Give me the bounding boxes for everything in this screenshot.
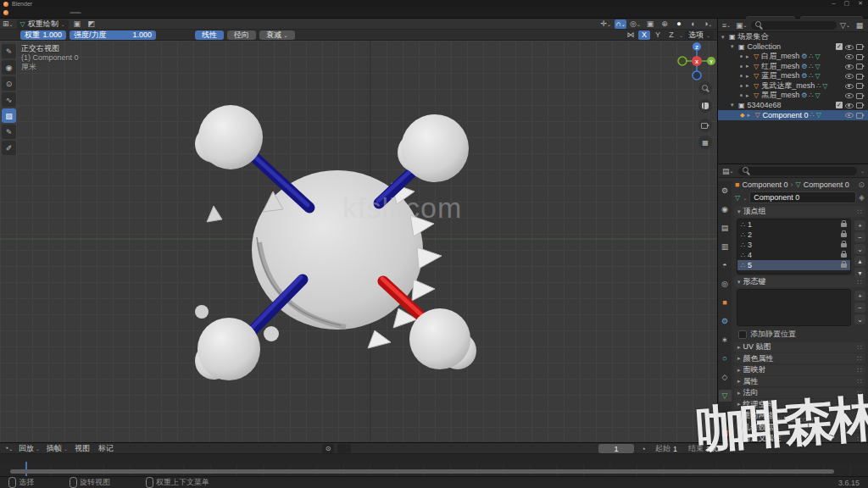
topbar-menu[interactable] [20, 12, 31, 14]
lock-icon[interactable] [841, 233, 847, 237]
minimize-button[interactable]: – [832, 0, 836, 7]
mode-dropdown[interactable]: ▽ 权重绘制 ⌄ [17, 19, 69, 29]
collapsed-panel-header[interactable]: ▸ UV 贴图 ∷ [734, 342, 865, 352]
filter-dropdown[interactable]: ▽⌄ [839, 20, 851, 30]
show-overlays-toggle[interactable]: ⊕ [659, 19, 670, 29]
vertex-groups-panel-header[interactable]: ▾ 顶点组 ∷ [734, 206, 865, 217]
smear-brush-tool[interactable]: ∿ [2, 92, 16, 107]
close-button[interactable]: ✕ [858, 0, 863, 7]
viewport-menu[interactable] [110, 23, 120, 25]
panel-grip-icon[interactable]: ∷ [857, 435, 862, 443]
vertex-group-row[interactable]: ∴ 2 [737, 230, 850, 240]
perspective-toggle-button[interactable]: ▦ [698, 136, 712, 149]
disable-render-icon[interactable] [856, 82, 865, 89]
workspace-tab[interactable] [70, 12, 81, 14]
hide-eye-icon[interactable] [845, 102, 854, 109]
shape-keys-list[interactable] [737, 289, 851, 326]
workspace-tab[interactable] [176, 12, 188, 14]
properties-search-input[interactable] [738, 167, 857, 175]
viewport-3d[interactable]: kfsll.com 正交右视图 (1) Component 0 厘米 X Y Z [0, 19, 718, 442]
expand-arrow-icon[interactable]: ▸ [746, 73, 752, 80]
sample-weight-tool[interactable]: ✎ [2, 125, 16, 139]
lock-icon[interactable] [841, 253, 847, 258]
gradient-radial-button[interactable]: 径向 [227, 30, 256, 40]
timeline-editor-type-icon[interactable]: ◔⌄ [3, 444, 14, 453]
expand-arrow-icon[interactable]: ▸ [746, 53, 752, 60]
collapsed-panel-header[interactable]: ▸ 属性 ∷ [734, 376, 865, 386]
collapsed-panel-header[interactable]: ▸ 自定义属性 ∷ [734, 434, 865, 443]
constraints-tab[interactable]: ◇ [719, 371, 732, 383]
move-up-button[interactable]: ▴ [854, 256, 865, 266]
workspace-tab[interactable] [200, 12, 212, 14]
collection-icon[interactable]: ◆ ▾ ▣ ▽ 53404e68 ⚙ ∴ ▽ [718, 101, 868, 111]
shape-key-specials-button[interactable]: ⌄ [854, 314, 865, 324]
expand-arrow-icon[interactable]: ▸ [747, 112, 753, 119]
collapsed-panel-header[interactable]: ▸ 颜色属性 ∷ [734, 353, 865, 363]
expand-arrow-icon[interactable]: ▾ [721, 34, 727, 41]
lock-icon[interactable] [841, 223, 847, 227]
proportional-edit-dropdown[interactable]: ◎⌄ [629, 19, 642, 29]
timeline-menu[interactable]: 视图 [75, 443, 92, 454]
panel-grip-icon[interactable]: ∷ [857, 423, 862, 431]
shading-rendered-dropdown[interactable]: ◑⌄ [702, 19, 714, 29]
blur-brush-tool[interactable]: ◉ [2, 60, 16, 75]
panel-grip-icon[interactable]: ∷ [857, 389, 862, 397]
output-tab[interactable]: ▤ [719, 222, 732, 234]
add-vertex-group-button[interactable]: + [854, 220, 865, 230]
scene-tab[interactable]: ◓ [719, 259, 732, 271]
gradient-tool[interactable]: ▨ [2, 108, 16, 123]
expand-arrow-icon[interactable]: ▸ [746, 82, 752, 89]
hide-eye-icon[interactable] [845, 82, 854, 90]
physics-tab[interactable]: ○ [719, 352, 732, 364]
material-tab[interactable]: ◐ [719, 408, 732, 420]
timeline-menu[interactable]: 回放⌄ [19, 443, 40, 454]
weight-slider[interactable]: 权重1.000 [20, 30, 66, 40]
viewport-menu[interactable] [100, 23, 110, 25]
panel-grip-icon[interactable]: ∷ [857, 208, 862, 216]
outliner-options-icon[interactable]: ▦ [854, 20, 865, 30]
world-tab[interactable]: ◎ [719, 278, 732, 290]
workspace-tab[interactable] [129, 12, 141, 14]
outliner-search-input[interactable] [751, 21, 837, 30]
show-gizmo-toggle[interactable]: ▣ [644, 19, 656, 29]
maximize-button[interactable]: ▢ [844, 0, 850, 7]
average-brush-tool[interactable]: ⊙ [2, 76, 16, 91]
panel-grip-icon[interactable]: ∷ [857, 366, 862, 374]
disable-render-icon[interactable] [856, 63, 865, 69]
paint-mask-vertex-toggle[interactable]: ▣ [71, 19, 83, 29]
pan-view-button[interactable] [698, 99, 712, 113]
expand-arrow-icon[interactable]: ▾ [731, 102, 737, 108]
snap-magnet-toggle[interactable]: ∩⌄ [615, 19, 626, 29]
mesh-object-icon[interactable]: ◆ ▸ ▣ ▽ 黑眉_mesh ⚙ ∴ ▽ [718, 91, 868, 101]
disable-render-icon[interactable] [856, 102, 865, 108]
topbar-menu[interactable] [10, 12, 20, 14]
navigation-gizmo[interactable]: X Y Z [676, 41, 717, 81]
disable-render-icon[interactable] [856, 73, 865, 80]
collapsed-panel-header[interactable]: ▸ 纹理空间 ∷ [734, 399, 865, 409]
panel-grip-icon[interactable]: ∷ [857, 400, 862, 408]
timeline-menu[interactable]: 标记 [98, 443, 115, 454]
frame-start-field[interactable]: 起始1 [649, 444, 683, 453]
zoom-view-button[interactable] [698, 81, 712, 95]
topbar-menu[interactable] [41, 12, 51, 14]
breadcrumb-object[interactable]: Component 0 [742, 180, 787, 189]
panel-grip-icon[interactable]: ∷ [857, 377, 862, 385]
remove-shape-key-button[interactable]: − [854, 302, 865, 313]
draw-brush-tool[interactable]: ✎ [2, 44, 16, 58]
hide-eye-icon[interactable] [845, 53, 854, 60]
properties-editor-type-icon[interactable]: ▤⌄ [721, 166, 735, 175]
workspace-tab[interactable] [153, 12, 164, 14]
collection-checkbox[interactable] [836, 43, 843, 50]
vertex-group-specials-button[interactable]: ⌄ [854, 244, 865, 254]
workspace-tab[interactable] [164, 12, 176, 14]
move-down-button[interactable]: ▾ [854, 268, 865, 278]
hide-eye-icon[interactable] [845, 72, 854, 80]
modifiers-tab[interactable]: ⚙ [719, 315, 732, 327]
lock-icon[interactable] [841, 243, 847, 247]
shading-material-button[interactable]: ◐ [687, 19, 699, 29]
workspace-tab[interactable] [188, 12, 200, 14]
rest-position-checkbox[interactable] [738, 330, 747, 339]
disable-render-icon[interactable] [856, 92, 865, 99]
options-dropdown[interactable]: 选项⌄ [685, 30, 714, 40]
panel-grip-icon[interactable]: ∷ [857, 412, 862, 420]
